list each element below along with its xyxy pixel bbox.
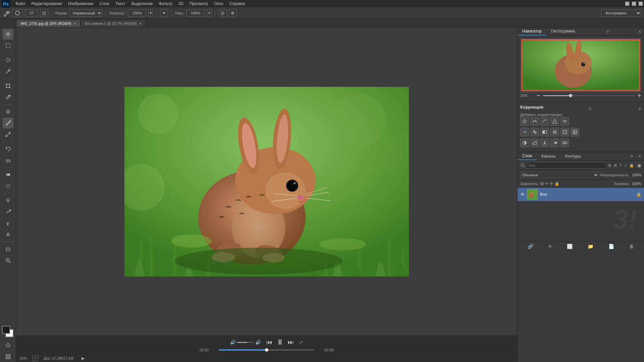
new-layer-button[interactable]: 📄 bbox=[608, 244, 614, 249]
layer-visibility-toggle[interactable]: 👁 bbox=[520, 192, 525, 197]
shape-tool[interactable] bbox=[3, 244, 13, 254]
zoom-tool[interactable] bbox=[3, 255, 13, 266]
correction-panel-collapse[interactable]: ∧ bbox=[638, 106, 641, 111]
lock-position-button[interactable]: ✛ bbox=[550, 181, 553, 186]
magic-wand-tool[interactable] bbox=[3, 66, 13, 77]
menu-text[interactable]: Текст bbox=[113, 1, 128, 7]
eraser-tool[interactable] bbox=[3, 155, 13, 166]
layer-background[interactable]: 👁 Фон 🔒 bbox=[518, 188, 644, 201]
exposure-correction[interactable] bbox=[550, 117, 559, 126]
levels-correction[interactable] bbox=[530, 117, 539, 126]
lock-all-button[interactable]: 🔒 bbox=[554, 181, 559, 186]
move-tool[interactable] bbox=[3, 29, 13, 40]
menu-layers[interactable]: Слои bbox=[97, 1, 112, 7]
brush-options-button[interactable]: ⊡ bbox=[40, 9, 48, 17]
volume-control[interactable]: 🔊 🔊 bbox=[230, 340, 261, 345]
correction-panel-menu[interactable]: ≡ bbox=[589, 106, 591, 111]
gradient-map-correction[interactable] bbox=[550, 138, 559, 147]
minimize-button[interactable]: ─ bbox=[625, 2, 629, 6]
eyedropper-tool[interactable] bbox=[3, 92, 13, 103]
layers-search-input[interactable] bbox=[526, 162, 606, 169]
quick-mask-tool[interactable] bbox=[3, 340, 13, 351]
screen-mode-tool[interactable] bbox=[3, 351, 13, 362]
blur-tool[interactable] bbox=[3, 181, 13, 191]
delete-layer-button[interactable]: 🗑 bbox=[629, 244, 634, 249]
new-group-button[interactable]: 📁 bbox=[588, 244, 593, 249]
healing-tool[interactable] bbox=[3, 106, 13, 117]
tab-untitled-close[interactable]: ✕ bbox=[139, 22, 142, 25]
brush-size-input[interactable] bbox=[25, 9, 38, 17]
path-select-tool[interactable] bbox=[3, 229, 13, 240]
canvas-area[interactable] bbox=[16, 27, 517, 336]
menu-help[interactable]: Справка bbox=[227, 1, 248, 7]
timeline-scrubber[interactable]: 02:52 -10:30 bbox=[200, 348, 334, 352]
invert-correction[interactable] bbox=[520, 138, 529, 147]
layer-filter-smart-button[interactable]: 🔒 bbox=[629, 163, 635, 168]
tab-navigator[interactable]: Навигатор bbox=[518, 27, 546, 36]
brightness-correction[interactable] bbox=[520, 117, 529, 126]
color-balance-correction[interactable] bbox=[530, 128, 539, 136]
export-button[interactable]: ↗ bbox=[32, 355, 38, 361]
marquee-tool[interactable] bbox=[3, 40, 13, 51]
panel-menu-button[interactable]: ≡ bbox=[604, 28, 611, 35]
tab-contours[interactable]: Контуры bbox=[560, 153, 586, 160]
expand-timeline-button[interactable]: ⤢ bbox=[299, 340, 303, 345]
flow-dropdown-btn[interactable]: ▼ bbox=[207, 9, 212, 17]
color-lookup-correction[interactable] bbox=[571, 128, 579, 136]
tab-untitled[interactable]: Без имени-1 @ 16,7% (RGB/8) ✕ bbox=[80, 19, 146, 27]
curves-correction[interactable] bbox=[540, 117, 549, 126]
menu-3d[interactable]: 3D bbox=[176, 1, 186, 7]
posterize-correction[interactable] bbox=[530, 138, 539, 147]
tab-channels[interactable]: Каналы bbox=[537, 153, 560, 160]
zoom-out-button[interactable] bbox=[536, 94, 540, 98]
lasso-tool[interactable] bbox=[3, 55, 13, 65]
vibrance-correction[interactable] bbox=[560, 117, 569, 126]
layer-filter-type-button[interactable]: T bbox=[619, 163, 623, 168]
fast-forward-button[interactable]: ⏭ bbox=[288, 339, 294, 346]
dodge-tool[interactable] bbox=[3, 195, 13, 206]
black-white-correction[interactable] bbox=[540, 128, 549, 136]
pen-tool[interactable] bbox=[3, 206, 13, 217]
text-tool[interactable]: T bbox=[3, 218, 13, 229]
threshold-correction[interactable] bbox=[540, 138, 549, 147]
add-style-button[interactable]: fx bbox=[548, 244, 551, 249]
pause-button[interactable]: ⏸ bbox=[276, 338, 284, 347]
tab-img2791-close[interactable]: ✕ bbox=[73, 22, 76, 25]
zoom-slider-handle[interactable] bbox=[569, 94, 572, 97]
crop-tool[interactable] bbox=[3, 80, 13, 91]
menu-edit[interactable]: Редактирование bbox=[29, 1, 65, 7]
link-layers-button[interactable]: 🔗 bbox=[528, 244, 533, 249]
channel-mixer-correction[interactable] bbox=[560, 128, 569, 136]
hsl-correction[interactable] bbox=[520, 128, 529, 136]
tab-img2791[interactable]: IMG_2791.jpg @ 25% (RGB/8) ✕ bbox=[16, 19, 80, 27]
maximize-button[interactable]: □ bbox=[632, 2, 636, 6]
selective-color-correction[interactable] bbox=[560, 138, 569, 147]
menu-window[interactable]: Окно bbox=[211, 1, 226, 7]
menu-image[interactable]: Изображение bbox=[65, 1, 96, 7]
brush-type-button[interactable] bbox=[12, 9, 23, 17]
tab-histogram[interactable]: Гистограмма bbox=[546, 27, 580, 36]
opacity-input[interactable] bbox=[128, 9, 146, 17]
rewind-button[interactable]: ⏮ bbox=[266, 339, 272, 346]
history-brush-tool[interactable] bbox=[3, 143, 13, 154]
layers-panel-collapse[interactable]: ∧ bbox=[636, 153, 644, 160]
menu-filter[interactable]: Фильтр bbox=[156, 1, 175, 7]
layer-filter-kind-button[interactable]: ⊞ bbox=[607, 163, 612, 168]
spray-icon[interactable]: ✦ bbox=[160, 9, 168, 17]
zoom-slider[interactable] bbox=[543, 95, 635, 96]
workspace-selector[interactable]: Фотография Основное Рисование bbox=[601, 9, 641, 17]
panel-collapse-button[interactable]: ∧ bbox=[636, 28, 644, 35]
photo-filter-correction[interactable] bbox=[550, 128, 559, 136]
timeline-arrow[interactable]: ▶ bbox=[82, 356, 85, 361]
fill-value[interactable]: 100% bbox=[632, 182, 641, 186]
add-mask-button[interactable]: ⬜ bbox=[567, 244, 573, 249]
menu-file[interactable]: Файл bbox=[13, 1, 28, 7]
layer-filter-shape-button[interactable]: □ bbox=[624, 163, 627, 168]
clone-stamp-tool[interactable] bbox=[3, 129, 13, 140]
lock-pixels-button[interactable]: ✏ bbox=[545, 181, 548, 186]
layer-filter-toggle[interactable]: ◉ bbox=[637, 163, 641, 168]
tool-extra-2[interactable]: ⊛ bbox=[229, 9, 237, 17]
timeline-handle[interactable] bbox=[265, 348, 268, 352]
layer-filter-adjustment-button[interactable]: ⊞ bbox=[613, 163, 618, 168]
close-button[interactable]: ✕ bbox=[639, 2, 643, 6]
